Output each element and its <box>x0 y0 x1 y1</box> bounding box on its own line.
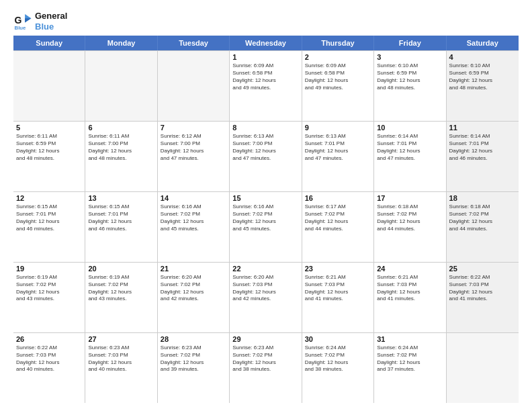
calendar-cell: 4Sunrise: 6:10 AMSunset: 6:59 PMDaylight… <box>447 51 519 121</box>
cell-info: Sunrise: 6:11 AMSunset: 7:00 PMDaylight:… <box>88 133 154 162</box>
day-number: 26 <box>16 335 82 343</box>
page: G Blue General Blue SundayMondayTuesdayW… <box>0 0 532 411</box>
calendar-cell: 27Sunrise: 6:23 AMSunset: 7:03 PMDayligh… <box>85 333 157 403</box>
calendar-row: 5Sunrise: 6:11 AMSunset: 6:59 PMDaylight… <box>13 122 519 192</box>
day-number: 11 <box>449 124 516 132</box>
cell-info: Sunrise: 6:24 AMSunset: 7:02 PMDaylight:… <box>305 345 371 373</box>
calendar-cell: 12Sunrise: 6:15 AMSunset: 7:01 PMDayligh… <box>13 192 85 262</box>
day-number: 18 <box>449 194 516 202</box>
cell-info: Sunrise: 6:09 AMSunset: 6:58 PMDaylight:… <box>232 62 298 91</box>
calendar-cell: 8Sunrise: 6:13 AMSunset: 7:00 PMDaylight… <box>230 122 302 191</box>
cell-info: Sunrise: 6:20 AMSunset: 7:03 PMDaylight:… <box>232 274 298 303</box>
cell-info: Sunrise: 6:23 AMSunset: 7:03 PMDaylight:… <box>88 345 154 373</box>
cell-info: Sunrise: 6:19 AMSunset: 7:02 PMDaylight:… <box>88 274 154 303</box>
svg-text:Blue: Blue <box>15 25 27 31</box>
calendar: SundayMondayTuesdayWednesdayThursdayFrid… <box>13 36 519 403</box>
calendar-cell: 22Sunrise: 6:20 AMSunset: 7:03 PMDayligh… <box>230 263 302 332</box>
cell-info: Sunrise: 6:21 AMSunset: 7:03 PMDaylight:… <box>377 274 443 303</box>
cell-info: Sunrise: 6:20 AMSunset: 7:02 PMDaylight:… <box>161 274 226 303</box>
calendar-row: 1Sunrise: 6:09 AMSunset: 6:58 PMDaylight… <box>13 50 519 122</box>
day-number: 27 <box>88 335 154 343</box>
calendar-cell: 2Sunrise: 6:09 AMSunset: 6:58 PMDaylight… <box>302 51 374 121</box>
calendar-cell: 11Sunrise: 6:14 AMSunset: 7:01 PMDayligh… <box>447 122 519 191</box>
calendar-cell: 1Sunrise: 6:09 AMSunset: 6:58 PMDaylight… <box>230 51 302 121</box>
day-number: 31 <box>377 335 443 343</box>
day-number: 19 <box>16 265 82 273</box>
day-number: 14 <box>161 194 226 202</box>
calendar-cell: 24Sunrise: 6:21 AMSunset: 7:03 PMDayligh… <box>374 263 446 332</box>
day-number: 8 <box>232 124 298 132</box>
cell-info: Sunrise: 6:24 AMSunset: 7:02 PMDaylight:… <box>377 345 443 373</box>
calendar-cell <box>447 333 519 403</box>
calendar-cell: 14Sunrise: 6:16 AMSunset: 7:02 PMDayligh… <box>158 192 230 262</box>
day-number: 5 <box>16 124 82 132</box>
cell-info: Sunrise: 6:09 AMSunset: 6:58 PMDaylight:… <box>305 62 371 91</box>
calendar-cell: 23Sunrise: 6:21 AMSunset: 7:03 PMDayligh… <box>302 263 374 332</box>
calendar-cell: 25Sunrise: 6:22 AMSunset: 7:03 PMDayligh… <box>447 263 519 332</box>
calendar-cell: 28Sunrise: 6:23 AMSunset: 7:02 PMDayligh… <box>158 333 230 403</box>
day-number: 12 <box>16 194 82 202</box>
calendar-row: 12Sunrise: 6:15 AMSunset: 7:01 PMDayligh… <box>13 192 519 263</box>
svg-text:G: G <box>15 15 22 26</box>
calendar-cell: 9Sunrise: 6:13 AMSunset: 7:01 PMDaylight… <box>302 122 374 191</box>
calendar-cell <box>13 51 85 121</box>
calendar-cell: 15Sunrise: 6:16 AMSunset: 7:02 PMDayligh… <box>230 192 302 262</box>
day-number: 3 <box>377 53 443 61</box>
calendar-cell: 5Sunrise: 6:11 AMSunset: 6:59 PMDaylight… <box>13 122 85 191</box>
calendar-cell: 17Sunrise: 6:18 AMSunset: 7:02 PMDayligh… <box>374 192 446 262</box>
calendar-cell: 20Sunrise: 6:19 AMSunset: 7:02 PMDayligh… <box>85 263 157 332</box>
cell-info: Sunrise: 6:19 AMSunset: 7:02 PMDaylight:… <box>16 274 82 303</box>
day-number: 10 <box>377 124 443 132</box>
calendar-cell: 6Sunrise: 6:11 AMSunset: 7:00 PMDaylight… <box>85 122 157 191</box>
cell-info: Sunrise: 6:12 AMSunset: 7:00 PMDaylight:… <box>161 133 226 162</box>
calendar-cell: 3Sunrise: 6:10 AMSunset: 6:59 PMDaylight… <box>374 51 446 121</box>
cell-info: Sunrise: 6:22 AMSunset: 7:03 PMDaylight:… <box>16 345 82 373</box>
day-number: 13 <box>88 194 154 202</box>
calendar-cell: 7Sunrise: 6:12 AMSunset: 7:00 PMDaylight… <box>158 122 230 191</box>
calendar-cell: 30Sunrise: 6:24 AMSunset: 7:02 PMDayligh… <box>302 333 374 403</box>
calendar-row: 26Sunrise: 6:22 AMSunset: 7:03 PMDayligh… <box>13 333 519 403</box>
calendar-cell: 26Sunrise: 6:22 AMSunset: 7:03 PMDayligh… <box>13 333 85 403</box>
calendar-body: 1Sunrise: 6:09 AMSunset: 6:58 PMDaylight… <box>13 50 519 403</box>
calendar-row: 19Sunrise: 6:19 AMSunset: 7:02 PMDayligh… <box>13 263 519 333</box>
day-number: 2 <box>305 53 371 61</box>
cell-info: Sunrise: 6:15 AMSunset: 7:01 PMDaylight:… <box>88 203 154 232</box>
cell-info: Sunrise: 6:23 AMSunset: 7:02 PMDaylight:… <box>161 345 226 373</box>
day-number: 29 <box>232 335 298 343</box>
day-number: 23 <box>305 265 371 273</box>
weekday-header: Saturday <box>447 36 519 50</box>
day-number: 21 <box>161 265 226 273</box>
calendar-cell: 29Sunrise: 6:23 AMSunset: 7:02 PMDayligh… <box>230 333 302 403</box>
cell-info: Sunrise: 6:23 AMSunset: 7:02 PMDaylight:… <box>232 345 298 373</box>
weekday-header: Sunday <box>13 36 85 50</box>
cell-info: Sunrise: 6:18 AMSunset: 7:02 PMDaylight:… <box>377 203 443 232</box>
weekday-header: Thursday <box>302 36 374 50</box>
cell-info: Sunrise: 6:21 AMSunset: 7:03 PMDaylight:… <box>305 274 371 303</box>
weekday-header: Friday <box>374 36 446 50</box>
day-number: 16 <box>305 194 371 202</box>
logo: G Blue General Blue <box>13 11 67 32</box>
day-number: 4 <box>449 53 516 61</box>
weekday-header: Tuesday <box>158 36 230 50</box>
calendar-cell: 18Sunrise: 6:18 AMSunset: 7:02 PMDayligh… <box>447 192 519 262</box>
cell-info: Sunrise: 6:16 AMSunset: 7:02 PMDaylight:… <box>161 203 226 232</box>
header: G Blue General Blue <box>13 11 519 32</box>
calendar-header: SundayMondayTuesdayWednesdayThursdayFrid… <box>13 36 519 50</box>
day-number: 30 <box>305 335 371 343</box>
cell-info: Sunrise: 6:14 AMSunset: 7:01 PMDaylight:… <box>377 133 443 162</box>
weekday-header: Monday <box>85 36 157 50</box>
cell-info: Sunrise: 6:16 AMSunset: 7:02 PMDaylight:… <box>232 203 298 232</box>
calendar-cell: 10Sunrise: 6:14 AMSunset: 7:01 PMDayligh… <box>374 122 446 191</box>
day-number: 20 <box>88 265 154 273</box>
calendar-cell <box>158 51 230 121</box>
calendar-cell: 13Sunrise: 6:15 AMSunset: 7:01 PMDayligh… <box>85 192 157 262</box>
cell-info: Sunrise: 6:13 AMSunset: 7:00 PMDaylight:… <box>232 133 298 162</box>
cell-info: Sunrise: 6:18 AMSunset: 7:02 PMDaylight:… <box>449 203 516 232</box>
cell-info: Sunrise: 6:10 AMSunset: 6:59 PMDaylight:… <box>377 62 443 91</box>
calendar-cell <box>85 51 157 121</box>
day-number: 28 <box>161 335 226 343</box>
cell-info: Sunrise: 6:17 AMSunset: 7:02 PMDaylight:… <box>305 203 371 232</box>
cell-info: Sunrise: 6:11 AMSunset: 6:59 PMDaylight:… <box>16 133 82 162</box>
logo-text-blue: Blue <box>35 21 67 32</box>
calendar-cell: 21Sunrise: 6:20 AMSunset: 7:02 PMDayligh… <box>158 263 230 332</box>
